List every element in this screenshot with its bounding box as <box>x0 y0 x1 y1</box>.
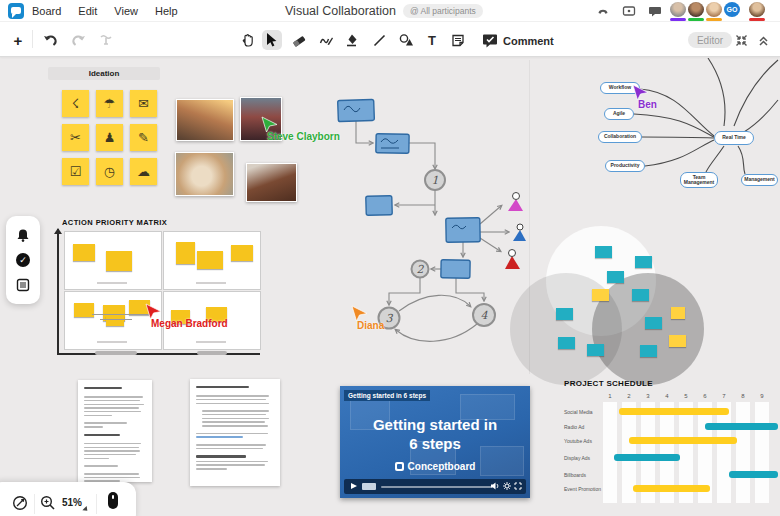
zoom-dropdown-caret[interactable] <box>82 506 91 515</box>
venn-sticky-note[interactable] <box>671 307 685 319</box>
venn-sticky-note[interactable] <box>640 345 657 357</box>
gantt-bar[interactable] <box>619 408 729 415</box>
venn-sticky-note[interactable] <box>587 344 604 356</box>
collapse-toolbar-icon[interactable] <box>753 30 773 50</box>
menu-board[interactable]: Board <box>32 5 61 17</box>
board-title[interactable]: Visual Collaboration <box>285 4 396 18</box>
zoom-in-icon[interactable] <box>40 495 56 511</box>
flow-box[interactable] <box>366 196 392 216</box>
mindmap-node[interactable]: Collaboration <box>598 131 642 143</box>
sticky-note[interactable]: ☇ <box>62 90 89 117</box>
person-figure-blue[interactable] <box>513 224 526 241</box>
matrix-sticky-note[interactable] <box>231 245 253 261</box>
tasks-check-icon[interactable]: ✓ <box>16 253 30 267</box>
matrix-sticky-note[interactable] <box>197 251 223 269</box>
gantt-bar[interactable] <box>614 454 681 461</box>
sticky-note[interactable]: ◷ <box>96 158 123 185</box>
gantt-bar[interactable] <box>729 471 778 478</box>
venn-sticky-note[interactable] <box>558 337 575 349</box>
menu-help[interactable]: Help <box>155 5 178 17</box>
venn-sticky-note[interactable] <box>635 256 652 268</box>
video-player[interactable]: Getting started in 6 steps Getting start… <box>340 386 530 498</box>
mindmap-node[interactable]: Management <box>741 174 778 186</box>
venn-sticky-note[interactable] <box>595 246 612 258</box>
avatar[interactable] <box>688 2 704 21</box>
redo-button[interactable] <box>68 30 88 50</box>
pan-tool-button[interactable] <box>238 30 258 50</box>
sticky-note[interactable]: ☁ <box>130 158 157 185</box>
format-painter-button[interactable] <box>96 30 116 50</box>
avatar[interactable] <box>706 2 722 21</box>
matrix-sticky-note[interactable] <box>73 244 95 261</box>
comment-label[interactable]: Comment <box>503 35 554 47</box>
venn-sticky-note[interactable] <box>556 308 573 320</box>
avatar-initials[interactable]: GO <box>724 2 740 17</box>
venn-sticky-note[interactable] <box>607 271 624 283</box>
play-button[interactable] <box>351 483 357 489</box>
menu-view[interactable]: View <box>114 5 138 17</box>
matrix-sticky-note[interactable] <box>74 303 94 317</box>
sticky-note[interactable]: ✂ <box>62 124 89 151</box>
matrix-sticky-note[interactable] <box>106 251 132 271</box>
phone-call-icon[interactable] <box>596 4 610 18</box>
menu-edit[interactable]: Edit <box>78 5 97 17</box>
avatar-photo[interactable] <box>670 2 686 17</box>
avatar[interactable] <box>670 2 686 21</box>
editor-role-badge[interactable]: Editor <box>688 32 732 48</box>
list-icon[interactable] <box>16 278 30 292</box>
gantt-bar[interactable] <box>705 423 778 430</box>
sticky-note-tool-button[interactable] <box>448 30 468 50</box>
gantt-chart[interactable]: 123456789 <box>602 393 779 505</box>
settings-gear-icon[interactable] <box>503 482 511 490</box>
matrix-handle-bar[interactable] <box>197 351 227 355</box>
photo-leather-watch[interactable] <box>246 163 297 202</box>
mindmap-node[interactable]: Agile <box>604 108 634 120</box>
avatar-photo[interactable] <box>749 2 765 17</box>
photo-street-scene[interactable] <box>176 99 234 141</box>
photo-latte-art[interactable] <box>175 152 234 196</box>
document-page-1[interactable] <box>78 380 152 482</box>
board-canvas[interactable]: Ideation ☇☂✉✂♟✎☑◷☁ ACTION PRIORITY MATRI… <box>0 58 780 516</box>
app-logo-icon[interactable] <box>8 3 24 19</box>
fullscreen-icon[interactable] <box>514 482 522 490</box>
avatar-photo[interactable] <box>688 2 704 17</box>
volume-icon[interactable] <box>491 482 500 490</box>
venn-sticky-note[interactable] <box>632 289 649 301</box>
document-page-2[interactable] <box>190 379 280 486</box>
sticky-note[interactable]: ✉ <box>130 90 157 117</box>
venn-sticky-note[interactable] <box>592 289 609 301</box>
sticky-note[interactable]: ☂ <box>96 90 123 117</box>
undo-button[interactable] <box>40 30 60 50</box>
flow-box[interactable] <box>446 218 480 243</box>
select-tool-button[interactable] <box>262 30 282 50</box>
matrix-handle-bar[interactable] <box>95 351 137 355</box>
eraser-tool-button[interactable] <box>289 30 309 50</box>
ideation-section-header[interactable]: Ideation <box>48 67 160 80</box>
text-tool-button[interactable]: T <box>422 30 442 50</box>
sticky-note[interactable]: ♟ <box>96 124 123 151</box>
line-tool-button[interactable] <box>369 30 389 50</box>
mindmap-node[interactable]: Real Time <box>714 131 754 145</box>
mouse-mode-icon[interactable] <box>108 492 118 509</box>
matrix-sticky-note[interactable] <box>106 316 124 326</box>
sticky-note[interactable]: ☑ <box>62 158 89 185</box>
person-figure-pink[interactable] <box>508 193 523 212</box>
venn-sticky-note[interactable] <box>669 335 686 347</box>
highlighter-tool-button[interactable] <box>342 30 362 50</box>
overview-icon[interactable] <box>12 495 28 511</box>
person-figure-red[interactable] <box>505 250 520 270</box>
video-progress-bar[interactable] <box>381 486 492 488</box>
avatar[interactable] <box>749 2 765 21</box>
screenshare-icon[interactable] <box>622 4 636 18</box>
flow-box[interactable] <box>338 99 375 121</box>
avatar-photo[interactable] <box>706 2 722 17</box>
sticky-note[interactable]: ✎ <box>130 124 157 151</box>
chat-icon[interactable] <box>648 4 662 18</box>
fullscreen-toggle-icon[interactable] <box>731 30 751 50</box>
gantt-bar[interactable] <box>633 485 711 492</box>
zoom-level[interactable]: 51% <box>62 497 82 508</box>
mindmap-node[interactable]: Productivity <box>605 160 645 172</box>
venn-sticky-note[interactable] <box>645 317 662 329</box>
add-button[interactable]: + <box>8 30 28 50</box>
pen-tool-button[interactable] <box>316 30 336 50</box>
